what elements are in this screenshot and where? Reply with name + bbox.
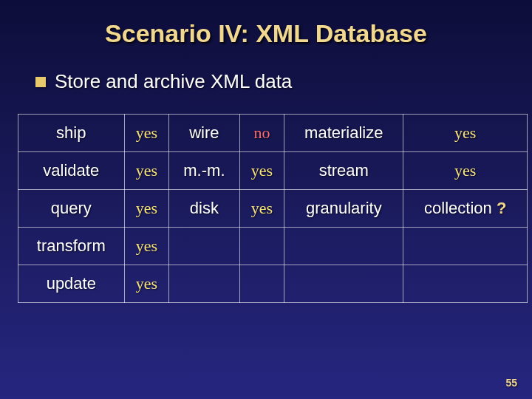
- cell-label: update: [18, 265, 125, 303]
- page-number: 55: [505, 377, 517, 389]
- cell-label: [284, 228, 403, 265]
- cell-label: granularity: [284, 190, 403, 228]
- table-row: update yes: [18, 265, 528, 303]
- table-row: ship yes wire no materialize yes: [18, 115, 528, 152]
- cell-value: yes: [124, 265, 169, 303]
- cell-label: query: [18, 190, 125, 228]
- cell-label: disk: [169, 190, 240, 228]
- cell-label: [284, 265, 403, 303]
- data-table: ship yes wire no materialize yes validat…: [18, 114, 528, 303]
- slide-title: Scenario IV: XML Database: [18, 19, 514, 48]
- cell-label: m.-m.: [169, 152, 240, 190]
- cell-value: yes: [403, 115, 528, 152]
- cell-label: transform: [18, 228, 125, 265]
- cell-value: [403, 265, 528, 303]
- cell-label: [169, 228, 240, 265]
- question-mark: ?: [497, 199, 506, 217]
- cell-value: no: [239, 115, 284, 152]
- bullet-text: Store and archive XML data: [55, 70, 292, 93]
- cell-label: stream: [284, 152, 403, 190]
- cell-value: [239, 228, 284, 265]
- table-row: query yes disk yes granularity collectio…: [18, 190, 528, 228]
- cell-value: yes: [124, 115, 169, 152]
- cell-value: [403, 228, 528, 265]
- cell-value: yes: [239, 190, 284, 228]
- cell-value: yes: [124, 228, 169, 265]
- cell-label: validate: [18, 152, 125, 190]
- slide: Scenario IV: XML Database Store and arch…: [0, 0, 532, 399]
- bullet-row: Store and archive XML data: [35, 70, 514, 93]
- cell-value: collection ?: [403, 190, 528, 228]
- cell-label: ship: [18, 115, 125, 152]
- table-row: transform yes: [18, 228, 528, 265]
- bullet-icon: [35, 77, 46, 87]
- cell-label: materialize: [284, 115, 403, 152]
- cell-label: wire: [169, 115, 240, 152]
- cell-value: yes: [124, 190, 169, 228]
- cell-value-text: collection: [424, 199, 492, 217]
- cell-label: [169, 265, 240, 303]
- cell-value: yes: [124, 152, 169, 190]
- table-row: validate yes m.-m. yes stream yes: [18, 152, 528, 190]
- cell-value: yes: [403, 152, 528, 190]
- cell-value: yes: [239, 152, 284, 190]
- cell-value: [239, 265, 284, 303]
